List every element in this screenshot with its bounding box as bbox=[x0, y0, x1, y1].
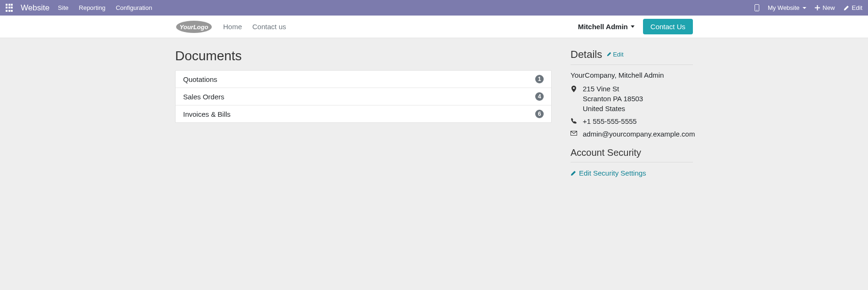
edit-security-link[interactable]: Edit Security Settings bbox=[571, 169, 646, 177]
phone-text: +1 555-555-5555 bbox=[583, 116, 637, 126]
doc-label: Sales Orders bbox=[183, 93, 225, 101]
svg-point-1 bbox=[756, 10, 757, 11]
documents-heading: Documents bbox=[175, 48, 552, 64]
app-name[interactable]: Website bbox=[21, 3, 49, 13]
email-text: admin@yourcompany.example.com bbox=[583, 129, 695, 139]
divider bbox=[571, 162, 693, 162]
main-content: Documents Quotations 1 Sales Orders 4 In… bbox=[175, 38, 693, 188]
brand-logo[interactable]: YourLogo bbox=[175, 20, 213, 34]
site-nav: YourLogo Home Contact us Mitchell Admin … bbox=[0, 16, 868, 38]
company-user-line: YourCompany, Mitchell Admin bbox=[571, 70, 693, 81]
chevron-down-icon bbox=[803, 7, 806, 9]
svg-text:YourLogo: YourLogo bbox=[180, 24, 209, 31]
menu-reporting[interactable]: Reporting bbox=[79, 4, 105, 11]
doc-label: Quotations bbox=[183, 75, 217, 83]
doc-count-badge: 4 bbox=[535, 92, 544, 101]
doc-label: Invoices & Bills bbox=[183, 110, 231, 118]
user-name: Mitchell Admin bbox=[578, 23, 628, 31]
phone-icon bbox=[571, 116, 577, 124]
menu-site[interactable]: Site bbox=[58, 4, 68, 11]
address-line2: Scranton PA 18503 bbox=[583, 94, 643, 104]
documents-list: Quotations 1 Sales Orders 4 Invoices & B… bbox=[175, 70, 552, 123]
doc-count-badge: 1 bbox=[535, 75, 544, 83]
chevron-down-icon bbox=[631, 25, 635, 28]
edit-button[interactable]: Edit bbox=[844, 4, 862, 11]
account-security-heading: Account Security bbox=[571, 147, 693, 158]
edit-security-label: Edit Security Settings bbox=[579, 169, 646, 177]
map-marker-icon bbox=[571, 84, 577, 92]
pencil-icon bbox=[607, 52, 611, 56]
edit-label: Edit bbox=[852, 4, 862, 11]
site-switcher-label: My Website bbox=[768, 4, 800, 11]
new-label: New bbox=[823, 4, 835, 11]
address-row: 215 Vine St Scranton PA 18503 United Sta… bbox=[571, 84, 693, 113]
doc-row-sales-orders[interactable]: Sales Orders 4 bbox=[176, 88, 551, 105]
apps-icon[interactable] bbox=[6, 4, 14, 12]
contact-us-button[interactable]: Contact Us bbox=[643, 19, 693, 34]
doc-row-invoices-bills[interactable]: Invoices & Bills 6 bbox=[176, 105, 551, 122]
documents-section: Documents Quotations 1 Sales Orders 4 In… bbox=[175, 48, 552, 177]
edit-details-link[interactable]: Edit bbox=[607, 51, 623, 58]
user-menu[interactable]: Mitchell Admin bbox=[578, 23, 635, 31]
menu-configuration[interactable]: Configuration bbox=[116, 4, 152, 11]
mobile-icon bbox=[755, 4, 759, 11]
site-switcher[interactable]: My Website bbox=[768, 4, 806, 11]
pencil-icon bbox=[571, 170, 576, 176]
details-sidebar: Details Edit YourCompany, Mitchell Admin… bbox=[571, 48, 693, 177]
pencil-icon bbox=[844, 5, 849, 11]
top-bar: Website Site Reporting Configuration My … bbox=[0, 0, 868, 16]
details-heading: Details bbox=[571, 48, 602, 61]
new-button[interactable]: New bbox=[815, 4, 835, 11]
phone-row: +1 555-555-5555 bbox=[571, 116, 693, 126]
nav-home[interactable]: Home bbox=[223, 23, 242, 31]
address-line3: United States bbox=[583, 104, 643, 113]
plus-icon bbox=[815, 5, 820, 10]
envelope-icon bbox=[571, 129, 577, 136]
top-menu: Site Reporting Configuration bbox=[58, 4, 152, 11]
top-right: My Website New Edit bbox=[755, 4, 862, 11]
divider bbox=[571, 64, 693, 65]
email-row: admin@yourcompany.example.com bbox=[571, 129, 693, 139]
doc-count-badge: 6 bbox=[535, 110, 544, 118]
address-text: 215 Vine St Scranton PA 18503 United Sta… bbox=[583, 84, 643, 113]
site-nav-links: Home Contact us bbox=[223, 23, 286, 31]
mobile-preview-button[interactable] bbox=[755, 4, 759, 11]
address-line1: 215 Vine St bbox=[583, 84, 643, 94]
edit-details-label: Edit bbox=[613, 51, 623, 58]
doc-row-quotations[interactable]: Quotations 1 bbox=[176, 71, 551, 88]
nav-contact[interactable]: Contact us bbox=[252, 23, 286, 31]
